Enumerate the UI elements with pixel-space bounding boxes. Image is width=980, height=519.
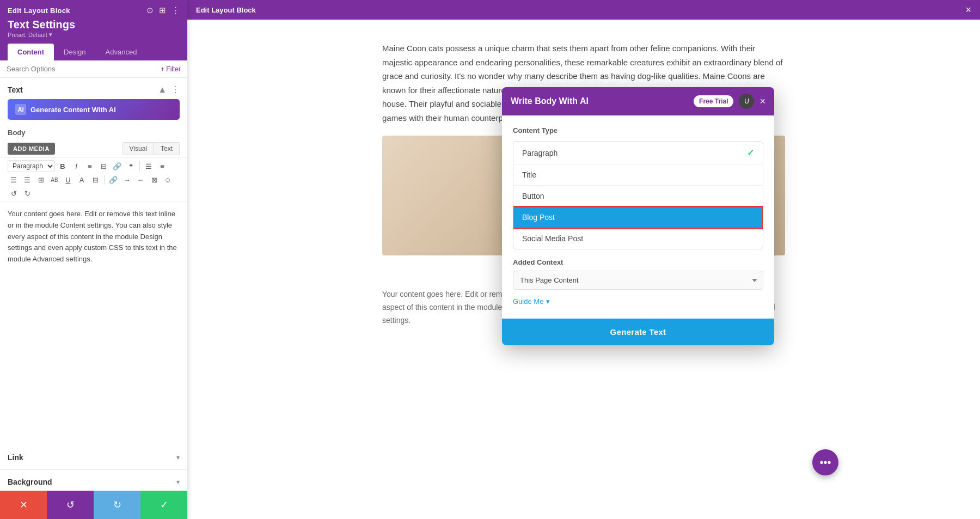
- content-type-button-label: Button: [522, 192, 544, 200]
- preset-dropdown[interactable]: Preset: Default ▾: [8, 31, 180, 38]
- link-section-title: Link: [8, 453, 23, 462]
- redo-editor-button[interactable]: ↻: [21, 187, 33, 199]
- body-label: Body: [0, 126, 187, 140]
- guide-me-arrow-icon: ▾: [546, 297, 550, 306]
- added-context-label: Added Context: [513, 258, 763, 266]
- paragraph-select[interactable]: Paragraph: [8, 160, 55, 172]
- sidebar-header: Edit Layout Block ⊙ ⊞ ⋮: [0, 0, 187, 19]
- content-type-title-label: Title: [522, 170, 536, 179]
- text-color-button[interactable]: A: [76, 174, 88, 186]
- add-media-button[interactable]: ADD MEDIA: [8, 143, 55, 155]
- tab-visual[interactable]: Visual: [122, 142, 154, 155]
- content-type-title[interactable]: Title: [513, 164, 763, 186]
- more-format-button[interactable]: ⊟: [89, 174, 101, 186]
- save-button[interactable]: ✓: [140, 491, 187, 519]
- indent-button[interactable]: →: [121, 174, 133, 186]
- underline-button[interactable]: U: [62, 174, 74, 186]
- list-button[interactable]: ≡: [84, 160, 96, 172]
- guide-me-label: Guide Me: [513, 297, 543, 306]
- tab-design[interactable]: Design: [54, 44, 95, 60]
- align-justify-button[interactable]: ☰: [21, 174, 33, 186]
- check-icon: ✓: [747, 148, 754, 158]
- background-section-title: Background: [8, 478, 52, 486]
- editor-text: Your content goes here. Edit or remove t…: [8, 210, 177, 263]
- more-options-icon[interactable]: ⋮: [171, 84, 180, 95]
- content-type-social-media-label: Social Media Post: [522, 234, 583, 243]
- outdent-button[interactable]: ←: [134, 174, 146, 186]
- text-section-header: Text ▲ ⋮: [0, 78, 187, 99]
- generate-text-button[interactable]: Generate Text: [502, 319, 774, 345]
- link-section[interactable]: Link ▾: [0, 445, 187, 470]
- guide-me-button[interactable]: Guide Me ▾: [513, 297, 550, 306]
- link-button[interactable]: 🔗: [111, 160, 123, 172]
- toolbar-separator-2: [104, 175, 105, 185]
- sidebar-header-icons: ⊙ ⊞ ⋮: [146, 5, 180, 15]
- quote-button[interactable]: ❝: [125, 160, 137, 172]
- align-right-button[interactable]: ☰: [8, 174, 20, 186]
- tab-advanced[interactable]: Advanced: [96, 44, 147, 60]
- modal-footer: Generate Text: [502, 319, 774, 345]
- user-avatar: U: [739, 94, 754, 109]
- modal-close-button[interactable]: ×: [759, 96, 765, 107]
- content-type-social-media[interactable]: Social Media Post: [513, 228, 763, 249]
- modal-title: Write Body With AI: [511, 96, 589, 106]
- editor-toolbar: Paragraph B I ≡ ⊟ 🔗 ❝ ☰ ≡ ☰ ☰ ⊞ AB U A ⊟…: [0, 157, 187, 202]
- section-header-icons: ▲ ⋮: [158, 84, 180, 95]
- link-chevron-icon: ▾: [176, 454, 180, 461]
- collapse-icon[interactable]: ▲: [158, 85, 167, 95]
- text-format-button[interactable]: AB: [48, 174, 60, 186]
- background-chevron-icon: ▾: [176, 478, 180, 486]
- fab-icon: •••: [819, 456, 831, 469]
- unlink-button[interactable]: 🔗: [107, 174, 119, 186]
- content-type-paragraph-label: Paragraph: [522, 149, 558, 157]
- align-center-button[interactable]: ≡: [156, 160, 168, 172]
- cancel-button[interactable]: ✕: [0, 491, 47, 519]
- visual-text-tabs: Visual Text: [122, 142, 180, 155]
- content-type-label: Content Type: [513, 126, 763, 135]
- chevron-down-icon: ▾: [49, 31, 52, 38]
- media-toolbar: ADD MEDIA Visual Text: [0, 140, 187, 157]
- ai-button-label: Generate Content With AI: [30, 106, 116, 114]
- content-type-paragraph[interactable]: Paragraph ✓: [513, 142, 763, 164]
- ordered-list-button[interactable]: ⊟: [97, 160, 109, 172]
- emoji-button[interactable]: ☺: [162, 174, 174, 186]
- content-type-blog-post-label: Blog Post: [522, 213, 555, 222]
- context-select[interactable]: This Page Content: [513, 271, 763, 290]
- free-trial-badge[interactable]: Free Trial: [694, 95, 733, 107]
- topbar-close-button[interactable]: ×: [965, 4, 971, 16]
- modal-header: Write Body With AI Free Trial U ×: [502, 87, 774, 115]
- floating-action-button[interactable]: •••: [812, 449, 838, 475]
- main-content: Edit Layout Block × Maine Coon cats poss…: [187, 0, 980, 519]
- topbar-title: Edit Layout Block: [196, 6, 256, 14]
- undo-editor-button[interactable]: ↺: [8, 187, 20, 199]
- ai-modal: Write Body With AI Free Trial U × Conten…: [502, 87, 774, 345]
- filter-button[interactable]: + Filter: [161, 65, 181, 73]
- text-section-title: Text: [8, 86, 23, 94]
- content-type-button[interactable]: Button: [513, 186, 763, 207]
- generate-content-ai-button[interactable]: AI Generate Content With AI: [8, 99, 180, 120]
- tab-content[interactable]: Content: [8, 44, 54, 60]
- focus-icon[interactable]: ⊙: [146, 5, 154, 15]
- toolbar-separator-1: [139, 161, 140, 171]
- undo-button[interactable]: ↺: [47, 491, 94, 519]
- editor-content[interactable]: Your content goes here. Edit or remove t…: [0, 202, 187, 445]
- tabs-row: Content Design Advanced: [0, 44, 187, 60]
- more-icon[interactable]: ⋮: [171, 5, 180, 15]
- tab-text[interactable]: Text: [154, 142, 180, 155]
- columns-icon[interactable]: ⊞: [159, 5, 166, 15]
- bold-button[interactable]: B: [57, 160, 69, 172]
- sidebar: Edit Layout Block ⊙ ⊞ ⋮ Text Settings Pr…: [0, 0, 187, 519]
- align-left-button[interactable]: ☰: [143, 160, 155, 172]
- content-type-blog-post[interactable]: Blog Post: [513, 207, 763, 228]
- sidebar-main-title: Text Settings: [8, 19, 180, 31]
- edit-layout-block-title: Edit Layout Block: [8, 7, 70, 15]
- italic-button[interactable]: I: [70, 160, 82, 172]
- bottom-bar: ✕ ↺ ↻ ✓: [0, 491, 187, 519]
- sidebar-title-row: Text Settings Preset: Default ▾: [0, 19, 187, 44]
- table-button[interactable]: ⊞: [35, 174, 47, 186]
- modal-body: Content Type Paragraph ✓ Title Button Bl…: [502, 115, 774, 319]
- redo-button[interactable]: ↻: [94, 491, 140, 519]
- search-input[interactable]: [7, 65, 161, 73]
- modal-header-right: Free Trial U ×: [694, 94, 765, 109]
- special-char-button[interactable]: ⊠: [148, 174, 160, 186]
